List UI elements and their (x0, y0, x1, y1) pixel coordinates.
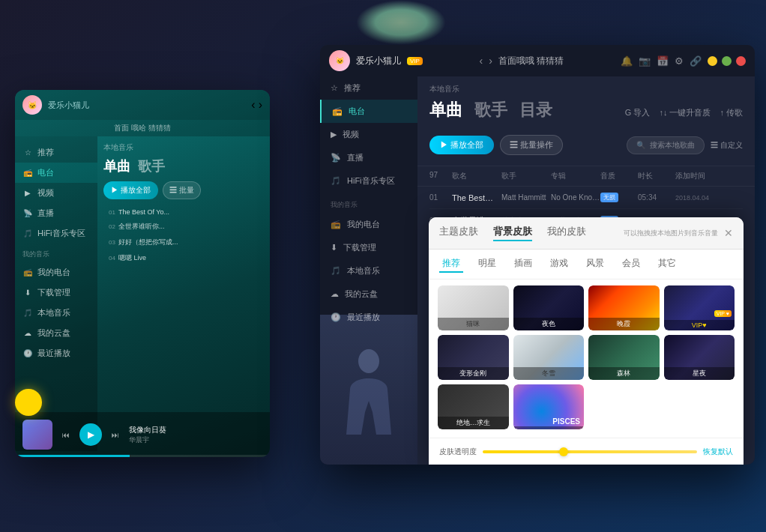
filter-illustration[interactable]: 插画 (511, 256, 535, 273)
play-all-back[interactable]: ▶ 播放全部 (103, 181, 158, 199)
sidebar-radio-front[interactable]: 📻 电台 (320, 100, 417, 123)
sidebar-local-back[interactable]: 🎵 本地音乐 (15, 303, 97, 323)
sidebar-radio-back[interactable]: 📻 电台 (15, 163, 97, 183)
skin-bottom: 皮肤透明度 恢复默认 (429, 438, 744, 465)
maximize-btn[interactable] (722, 56, 732, 66)
skin-item[interactable]: PISCES (513, 384, 585, 429)
skin-tab-bg[interactable]: 背景皮肤 (493, 225, 532, 241)
filter-other[interactable]: 其它 (655, 256, 679, 273)
sidebar-download-front[interactable]: ⬇ 下载管理 (320, 236, 417, 259)
batch-front[interactable]: ☰ 批量操作 (500, 135, 563, 155)
progress-bar-back[interactable] (15, 455, 270, 457)
next-btn-back[interactable]: ⏭ (108, 427, 123, 442)
play-all-front[interactable]: ▶ 播放全部 (429, 136, 494, 154)
camera-icon[interactable]: 📷 (639, 55, 651, 67)
song-row-back-4[interactable]: 04 嗯嗯 Live (103, 250, 264, 266)
sidebar-recommend-front[interactable]: ☆ 推荐 (320, 76, 417, 100)
song-row-back-1[interactable]: 01 The Best Of Yo... (103, 205, 264, 219)
batch-back[interactable]: ☰ 批量 (163, 181, 201, 199)
local-front-icon: 🎵 (331, 266, 341, 276)
skin-close-btn[interactable]: ✕ (724, 227, 733, 239)
skin-item[interactable]: 变形金刚 (438, 335, 509, 380)
calendar-icon[interactable]: 📅 (657, 55, 669, 67)
myradio-icon: 📻 (22, 268, 33, 276)
yellow-dot-decoration (15, 389, 42, 416)
sidebar-myradio-front[interactable]: 📻 我的电台 (320, 213, 417, 236)
tab-artist-back[interactable]: 歌手 (138, 157, 165, 175)
skin-item[interactable]: 森林 (588, 335, 660, 380)
tab-singles-back[interactable]: 单曲 (103, 157, 130, 175)
tab-directory-front[interactable]: 目录 (519, 99, 552, 121)
sidebar-local-front[interactable]: 🎵 本地音乐 (320, 259, 417, 282)
quality-btn[interactable]: ↑↓ 一键升音质 (659, 107, 711, 118)
skin-item[interactable]: 猫咪 (438, 285, 509, 330)
nav-next-front[interactable]: › (489, 55, 492, 67)
sidebar-cloud-front[interactable]: ☁ 我的云盘 (320, 282, 417, 306)
video-front-icon: ▶ (331, 130, 337, 139)
skin-item[interactable]: 晚霞 (588, 285, 660, 330)
sidebar-recommend-back[interactable]: ☆ 推荐 (15, 142, 97, 163)
search-box[interactable]: 🔍 搜索本地歌曲 (627, 136, 705, 154)
window-controls (708, 56, 746, 66)
filter-scenery[interactable]: 风景 (583, 256, 607, 273)
player-controls-back: ⏮ ▶ ⏭ (58, 423, 123, 446)
song-row-back-2[interactable]: 02 全世界谁听你... (103, 219, 264, 235)
search-placeholder: 搜索本地歌曲 (650, 140, 695, 151)
bg-decoration (356, 0, 446, 45)
song-duration: 05:34 (638, 193, 675, 202)
breadcrumb-back: 首面 哦哈 猜猜猜 (15, 120, 270, 136)
hifi-front-icon: 🎵 (331, 176, 341, 186)
bell-icon[interactable]: 🔔 (621, 55, 633, 67)
radio-icon: 📻 (22, 169, 33, 177)
skin-item[interactable]: 冬雪 (513, 335, 585, 380)
sidebar-download-back[interactable]: ⬇ 下载管理 (15, 282, 97, 303)
sidebar-recent-back[interactable]: 🕐 最近播放 (15, 343, 97, 363)
play-btn-back[interactable]: ▶ (79, 423, 102, 446)
opacity-slider[interactable] (483, 450, 697, 453)
sidebar-myradio-back[interactable]: 📻 我的电台 (15, 262, 97, 282)
skin-item[interactable]: VIP ♥ VIP♥ (664, 285, 735, 330)
sidebar-hifi-back[interactable]: 🎵 HiFi音乐专区 (15, 223, 97, 244)
filter-recommend[interactable]: 推荐 (439, 256, 463, 273)
sidebar-live-front[interactable]: 📡 直播 (320, 146, 417, 169)
opacity-handle[interactable] (559, 447, 568, 456)
table-row[interactable]: 01 The Best Of Yolanda Ada Matt Hammitt … (429, 187, 743, 209)
titlebar-right: 🔔 📷 📅 ⚙ 🔗 (621, 55, 702, 67)
col-duration: 时长 (638, 171, 675, 181)
tab-singles-front[interactable]: 单曲 (429, 99, 462, 121)
skin-item[interactable]: 绝地…求生 (438, 384, 509, 429)
sidebar-cloud-back[interactable]: ☁ 我的云盘 (15, 323, 97, 343)
sidebar-hifi-front[interactable]: 🎵 HiFi音乐专区 (320, 169, 417, 193)
song-list-back: 01 The Best Of Yo... 02 全世界谁听你... 03 好好（… (103, 205, 264, 266)
link-icon[interactable]: 🔗 (690, 55, 702, 67)
sidebar-recent-front[interactable]: 🕐 最近播放 (320, 306, 417, 329)
skin-tab-theme[interactable]: 主题皮肤 (439, 225, 478, 241)
front-actions: ▶ 播放全部 ☰ 批量操作 🔍 搜索本地歌曲 ☰ 自定义 (429, 135, 743, 155)
song-row-back-3[interactable]: 03 好好（想把你写成... (103, 235, 264, 250)
close-btn[interactable] (736, 56, 746, 66)
cloud-front-icon: ☁ (331, 289, 339, 299)
sidebar-live-back[interactable]: 📡 直播 (15, 203, 97, 223)
settings-icon[interactable]: ⚙ (675, 55, 684, 67)
nav-prev-back[interactable]: ‹ (251, 98, 255, 112)
reset-defaults-btn[interactable]: 恢复默认 (703, 447, 733, 457)
nav-next-back[interactable]: › (259, 98, 262, 112)
share-btn[interactable]: ↑ 传歌 (720, 107, 743, 118)
front-tabs: 单曲 歌手 目录 (429, 99, 552, 121)
skin-item[interactable]: 夜色 (513, 285, 585, 330)
prev-btn-back[interactable]: ⏮ (58, 427, 73, 442)
filter-star[interactable]: 明星 (475, 256, 499, 273)
song-date: 2018.04.04 (675, 194, 743, 202)
skin-item[interactable]: 星夜 (664, 335, 735, 380)
nav-prev-front[interactable]: ‹ (480, 55, 483, 67)
custom-btn[interactable]: ☰ 自定义 (711, 140, 743, 151)
minimize-btn[interactable] (708, 56, 717, 66)
filter-vip[interactable]: 会员 (619, 256, 643, 273)
titlebar-title: 首面哦哦 猜猜猜 (498, 55, 564, 67)
sidebar-video-front[interactable]: ▶ 视频 (320, 123, 417, 146)
sidebar-video-back[interactable]: ▶ 视频 (15, 183, 97, 203)
tab-artist-front[interactable]: 歌手 (474, 99, 507, 121)
skin-tab-mine[interactable]: 我的皮肤 (547, 225, 586, 241)
import-btn[interactable]: G 导入 (625, 107, 651, 118)
filter-game[interactable]: 游戏 (547, 256, 571, 273)
